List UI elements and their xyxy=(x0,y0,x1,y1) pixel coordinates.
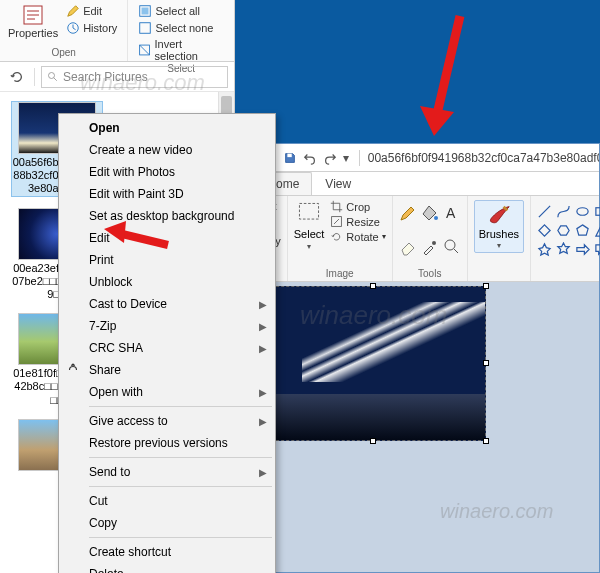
explorer-toolbar: Search Pictures xyxy=(0,62,234,92)
properties-label: Properties xyxy=(8,27,58,39)
svg-rect-9 xyxy=(287,153,291,157)
svg-rect-3 xyxy=(142,8,149,15)
paint-tools-row2 xyxy=(399,234,461,256)
paint-workspace[interactable] xyxy=(257,282,599,572)
shape-rect-icon[interactable] xyxy=(594,204,600,219)
fill-icon[interactable] xyxy=(421,204,439,222)
image-group-label: Image xyxy=(326,268,354,279)
ctx-create-shortcut[interactable]: Create shortcut xyxy=(59,541,275,563)
title-separator xyxy=(359,150,360,166)
ctx-unblock[interactable]: Unblock xyxy=(59,271,275,293)
shape-diamond-icon[interactable] xyxy=(537,223,552,238)
chevron-right-icon: ▶ xyxy=(259,387,267,398)
picker-icon[interactable] xyxy=(421,238,439,256)
ctx-separator xyxy=(89,406,272,407)
canvas-image xyxy=(302,302,485,382)
tab-view[interactable]: View xyxy=(312,172,364,195)
save-icon[interactable] xyxy=(283,151,297,165)
qat-dropdown[interactable]: ▾ xyxy=(343,151,349,165)
shape-bubble-icon[interactable] xyxy=(594,242,600,257)
paint-ribbon: ut opy Select ▾ Crop Resize Rotate▾ Imag… xyxy=(257,196,599,282)
toolbar-separator xyxy=(34,68,35,86)
shape-curve-icon[interactable] xyxy=(556,204,571,219)
tools-group-label: Tools xyxy=(418,268,441,279)
ctx-7zip[interactable]: 7-Zip▶ xyxy=(59,315,275,337)
select-none-button[interactable]: Select none xyxy=(136,20,226,36)
ctx-open[interactable]: Open xyxy=(59,117,275,139)
svg-point-12 xyxy=(434,216,438,220)
text-icon[interactable]: A xyxy=(443,204,461,222)
refresh-button[interactable] xyxy=(6,66,28,88)
annotation-arrow xyxy=(410,10,480,140)
ctx-cast[interactable]: Cast to Device▶ xyxy=(59,293,275,315)
chevron-right-icon: ▶ xyxy=(259,416,267,427)
redo-icon[interactable] xyxy=(323,151,337,165)
shape-arrow-icon[interactable] xyxy=(575,242,590,257)
shape-tri-icon[interactable] xyxy=(594,223,600,238)
resize-handle[interactable] xyxy=(483,283,489,289)
ctx-edit-photos[interactable]: Edit with Photos xyxy=(59,161,275,183)
context-menu: Open Create a new video Edit with Photos… xyxy=(58,113,276,573)
pencil-icon[interactable] xyxy=(399,204,417,222)
invert-selection-button[interactable]: Invert selection xyxy=(136,37,226,63)
ctx-restore-versions[interactable]: Restore previous versions xyxy=(59,432,275,454)
ctx-open-with[interactable]: Open with▶ xyxy=(59,381,275,403)
resize-handle[interactable] xyxy=(370,283,376,289)
svg-rect-17 xyxy=(596,208,600,216)
svg-point-6 xyxy=(49,72,55,78)
ribbon-edit-button[interactable]: Edit xyxy=(64,3,119,19)
ctx-edit-paint3d[interactable]: Edit with Paint 3D xyxy=(59,183,275,205)
shapes-gallery[interactable] xyxy=(537,200,600,258)
magnifier-icon[interactable] xyxy=(443,238,461,256)
ctx-share[interactable]: Share xyxy=(59,359,275,381)
shape-star6-icon[interactable] xyxy=(556,242,571,257)
shape-line-icon[interactable] xyxy=(537,204,552,219)
undo-icon[interactable] xyxy=(303,151,317,165)
ctx-separator xyxy=(89,537,272,538)
paint-resize-button[interactable]: Resize xyxy=(330,215,385,228)
chevron-right-icon: ▶ xyxy=(259,343,267,354)
paint-crop-button[interactable]: Crop xyxy=(330,200,385,213)
shape-pent-icon[interactable] xyxy=(575,223,590,238)
resize-handle[interactable] xyxy=(483,438,489,444)
ctx-separator xyxy=(89,486,272,487)
chevron-right-icon: ▶ xyxy=(259,299,267,310)
ctx-crc-sha[interactable]: CRC SHA▶ xyxy=(59,337,275,359)
annotation-arrow xyxy=(100,215,170,255)
paint-canvas[interactable] xyxy=(261,286,486,441)
select-all-button[interactable]: Select all xyxy=(136,3,226,19)
properties-button[interactable]: Properties xyxy=(8,3,58,39)
search-placeholder: Search Pictures xyxy=(63,70,148,84)
search-icon xyxy=(47,71,59,83)
eraser-icon[interactable] xyxy=(399,238,417,256)
resize-handle[interactable] xyxy=(483,360,489,366)
chevron-right-icon: ▶ xyxy=(259,321,267,332)
ctx-copy[interactable]: Copy xyxy=(59,512,275,534)
shape-oval-icon[interactable] xyxy=(575,204,590,219)
canvas-image-city xyxy=(262,394,485,440)
shape-hex-icon[interactable] xyxy=(556,223,571,238)
paint-rotate-button[interactable]: Rotate▾ xyxy=(330,230,385,243)
open-group-label: Open xyxy=(51,47,75,58)
ctx-cut[interactable]: Cut xyxy=(59,490,275,512)
svg-point-15 xyxy=(445,240,455,250)
ctx-give-access[interactable]: Give access to▶ xyxy=(59,410,275,432)
paint-titlebar[interactable]: ▾ 00a56f6bf0f941968b32cf0ca7a47b3e80adf0… xyxy=(257,144,599,172)
svg-point-14 xyxy=(432,241,436,245)
ctx-create-video[interactable]: Create a new video xyxy=(59,139,275,161)
explorer-ribbon: Properties Edit History Open Select all … xyxy=(0,0,234,62)
brushes-button[interactable]: Brushes ▾ xyxy=(474,200,524,253)
paint-select-button[interactable]: Select ▾ xyxy=(294,200,325,251)
shape-star-icon[interactable] xyxy=(537,242,552,257)
paint-tools: A xyxy=(399,200,461,222)
svg-point-16 xyxy=(577,208,588,216)
ctx-send-to[interactable]: Send to▶ xyxy=(59,461,275,483)
resize-handle[interactable] xyxy=(370,438,376,444)
share-icon xyxy=(66,363,80,377)
ctx-separator xyxy=(89,457,272,458)
ctx-delete[interactable]: Delete xyxy=(59,563,275,573)
paint-tabs: ome View xyxy=(257,172,599,196)
ribbon-history-button[interactable]: History xyxy=(64,20,119,36)
svg-text:A: A xyxy=(446,205,456,221)
search-input[interactable]: Search Pictures xyxy=(41,66,228,88)
